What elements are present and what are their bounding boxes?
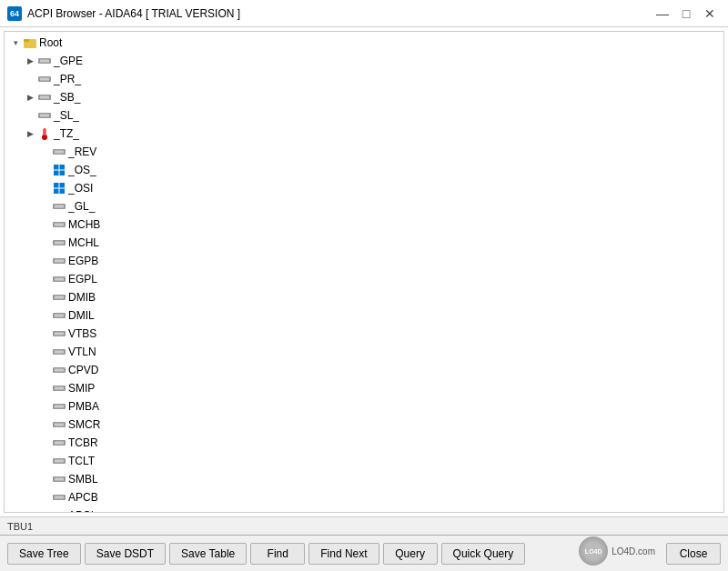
windows-icon (52, 163, 66, 177)
tree-toggle-icon[interactable]: ▶ (23, 90, 37, 105)
tree-toggle-icon (23, 72, 37, 86)
svg-rect-41 (55, 278, 64, 281)
chip-icon (52, 454, 66, 468)
tree-item[interactable]: _OSI (5, 179, 723, 197)
tree-toggle-icon (23, 108, 37, 123)
tree-item-label: APCI (68, 509, 94, 513)
chip-icon (52, 272, 66, 286)
query-button[interactable]: Query (383, 543, 438, 565)
tree-toggle-icon[interactable]: ▶ (23, 54, 37, 68)
chip-icon (52, 254, 66, 268)
tree-item[interactable]: PMBA (5, 397, 723, 416)
tree-item[interactable]: APCB (5, 488, 723, 506)
tree-toggle-icon[interactable]: ▾ (8, 35, 23, 50)
chip-icon (52, 472, 66, 486)
minimize-button[interactable]: — (652, 4, 673, 24)
tree-item-label: DMIL (68, 309, 95, 322)
close-button[interactable]: Close (666, 543, 721, 565)
svg-rect-77 (55, 496, 64, 499)
tree-item[interactable]: VTLN (5, 343, 723, 361)
tree-item[interactable]: ▾Root (5, 34, 723, 52)
tree-item-label: VTLN (68, 346, 96, 358)
tree-item[interactable]: TCBR (5, 434, 723, 452)
thermometer-icon (37, 126, 52, 141)
tree-panel[interactable]: ▾Root▶_GPE_PR_▶_SB__SL_▶_TZ__REV_OS__OSI… (4, 31, 724, 513)
tree-toggle-icon (37, 490, 52, 505)
tree-toggle-icon (37, 417, 52, 432)
svg-rect-50 (55, 333, 64, 336)
tree-item[interactable]: MCHL (5, 234, 723, 252)
tree-toggle-icon (37, 399, 52, 414)
tree-item[interactable]: DMIB (5, 288, 723, 306)
svg-rect-27 (60, 189, 66, 195)
chip-icon (52, 326, 66, 341)
tree-item[interactable]: _SL_ (5, 106, 723, 125)
tree-toggle-icon (37, 436, 52, 450)
svg-rect-38 (55, 260, 64, 263)
tree-toggle-icon (37, 363, 52, 377)
tree-item[interactable]: MCHB (5, 215, 723, 234)
tree-item[interactable]: ▶_GPE (5, 52, 723, 70)
svg-rect-21 (60, 165, 66, 170)
svg-rect-53 (55, 351, 64, 354)
svg-rect-59 (55, 387, 64, 390)
tree-item-label: _OS_ (68, 164, 96, 176)
close-window-button[interactable]: ✕ (699, 4, 721, 24)
save-tree-button[interactable]: Save Tree (7, 543, 81, 565)
maximize-button[interactable]: □ (675, 4, 697, 24)
main-area: ▾Root▶_GPE_PR_▶_SB__SL_▶_TZ__REV_OS__OSI… (0, 27, 728, 516)
tree-item-label: Root (39, 36, 62, 49)
save-dsdt-button[interactable]: Save DSDT (85, 543, 166, 565)
tree-toggle-icon (37, 181, 52, 195)
find-button[interactable]: Find (250, 543, 305, 565)
bottom-toolbar: Save TreeSave DSDTSave TableFindFind Nex… (0, 535, 728, 571)
chip-icon (52, 490, 66, 505)
chip-icon (37, 72, 52, 86)
tree-item[interactable]: _PR_ (5, 70, 723, 88)
chip-icon (52, 199, 66, 214)
tree-toggle-icon (37, 272, 52, 286)
tree-toggle-icon (37, 454, 52, 468)
tree-item[interactable]: DMIL (5, 306, 723, 325)
chip-icon (52, 508, 66, 513)
tree-item[interactable]: VTBS (5, 325, 723, 343)
svg-rect-32 (55, 224, 64, 226)
svg-rect-23 (60, 171, 66, 176)
tree-item[interactable]: _GL_ (5, 197, 723, 215)
tree-item[interactable]: SMBL (5, 470, 723, 488)
tree-item[interactable]: SMIP (5, 379, 723, 397)
tree-item[interactable]: APCI (5, 506, 723, 513)
tree-toggle-icon (37, 290, 52, 305)
tree-item-label: _PR_ (54, 73, 81, 85)
find-next-button[interactable]: Find Next (308, 543, 379, 565)
tree-toggle-icon (37, 381, 52, 396)
tree-item-label: SMCR (68, 418, 100, 431)
tree-item[interactable]: _REV (5, 143, 723, 161)
svg-rect-9 (40, 96, 49, 99)
chip-icon (37, 90, 52, 105)
tree-item-label: _SB_ (54, 91, 80, 104)
tree-item[interactable]: ▶_TZ_ (5, 125, 723, 143)
chip-icon (52, 436, 66, 450)
tree-toggle-icon (37, 235, 52, 250)
tree-item[interactable]: EGPB (5, 252, 723, 270)
svg-rect-62 (55, 406, 64, 408)
tree-item[interactable]: EGPL (5, 270, 723, 288)
chip-icon (52, 399, 66, 414)
quick-query-button[interactable]: Quick Query (441, 543, 526, 565)
save-table-button[interactable]: Save Table (169, 543, 247, 565)
tree-item-label: VTBS (68, 327, 96, 340)
tree-toggle-icon[interactable]: ▶ (23, 126, 37, 141)
tree-item-label: APCB (68, 491, 98, 504)
tree-item-label: TCBR (68, 436, 98, 449)
tree-item-label: DMIB (68, 291, 96, 304)
title-left: 64 ACPI Browser - AIDA64 [ TRIAL VERSION… (7, 6, 240, 21)
tree-item[interactable]: ▶_SB_ (5, 88, 723, 106)
svg-rect-1 (24, 39, 29, 42)
tree-item[interactable]: SMCR (5, 416, 723, 434)
tree-item[interactable]: TCLT (5, 452, 723, 470)
toolbar-buttons: Save TreeSave DSDTSave TableFindFind Nex… (7, 543, 525, 565)
tree-item[interactable]: CPVD (5, 361, 723, 379)
tree-item[interactable]: _OS_ (5, 161, 723, 179)
app-icon: 64 (7, 6, 22, 21)
